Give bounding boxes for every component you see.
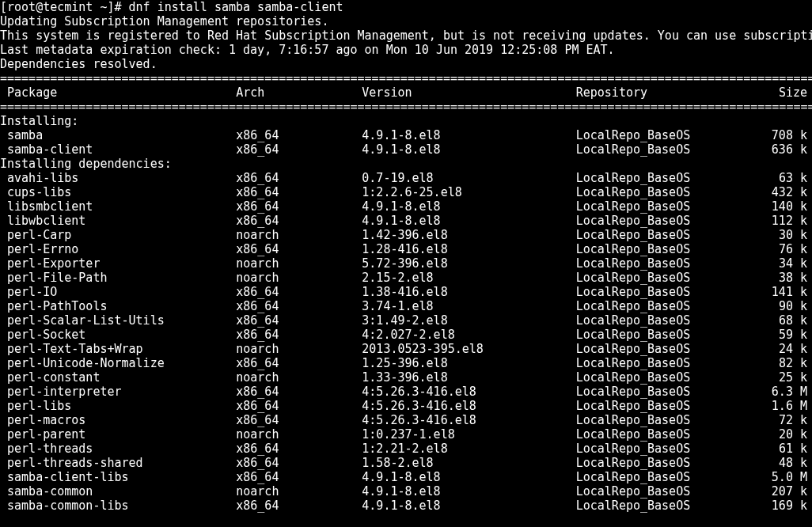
cell-repository: LocalRepo_BaseOS — [576, 470, 730, 484]
table-row: perl-constantnoarch1.33-396.el8LocalRepo… — [0, 370, 812, 385]
cell-repository: LocalRepo_BaseOS — [576, 214, 730, 228]
cell-size: 30 k — [730, 228, 812, 242]
cell-size: 6.3 M — [730, 385, 812, 399]
cell-repository: LocalRepo_BaseOS — [576, 342, 730, 356]
cell-size: 68 k — [730, 313, 812, 328]
cell-version: 0.7-19.el8 — [362, 171, 575, 185]
table-header: PackageArchVersionRepositorySize — [0, 85, 812, 100]
cell-version: 4.9.1-8.el8 — [362, 214, 575, 228]
cell-size: 34 k — [730, 256, 812, 271]
cell-package: perl-Exporter — [0, 256, 236, 271]
cell-arch: x86_64 — [236, 356, 362, 370]
table-row: perl-Socketx86_644:2.027-2.el8LocalRepo_… — [0, 328, 812, 342]
cell-package: perl-Scalar-List-Utils — [0, 313, 236, 328]
cell-size: 20 k — [730, 427, 812, 442]
cell-arch: x86_64 — [236, 185, 362, 199]
cell-package: perl-Socket — [0, 328, 236, 342]
cell-arch: x86_64 — [236, 242, 362, 256]
cell-repository: LocalRepo_BaseOS — [576, 399, 730, 413]
table-row: sambax86_644.9.1-8.el8LocalRepo_BaseOS70… — [0, 128, 812, 142]
cell-package: perl-IO — [0, 285, 236, 299]
cell-version: 1.25-396.el8 — [362, 356, 575, 370]
cell-package: perl-Text-Tabs+Wrap — [0, 342, 236, 356]
cell-arch: x86_64 — [236, 299, 362, 313]
cell-arch: x86_64 — [236, 328, 362, 342]
cell-repository: LocalRepo_BaseOS — [576, 499, 730, 513]
cell-version: 4:5.26.3-416.el8 — [362, 385, 575, 399]
table-row: perl-parentnoarch1:0.237-1.el8LocalRepo_… — [0, 427, 812, 442]
table-row: cups-libsx86_641:2.2.6-25.el8LocalRepo_B… — [0, 185, 812, 199]
cell-version: 1.28-416.el8 — [362, 242, 575, 256]
cell-arch: x86_64 — [236, 499, 362, 513]
cell-repository: LocalRepo_BaseOS — [576, 456, 730, 470]
cell-size: 1.6 M — [730, 399, 812, 413]
cell-arch: x86_64 — [236, 128, 362, 142]
cell-size: 59 k — [730, 328, 812, 342]
table-row: perl-Errnox86_641.28-416.el8LocalRepo_Ba… — [0, 242, 812, 256]
cell-version: 4.9.1-8.el8 — [362, 142, 575, 157]
table-row: libsmbclientx86_644.9.1-8.el8LocalRepo_B… — [0, 199, 812, 214]
cell-version: 1.33-396.el8 — [362, 370, 575, 385]
cell-version: 4.9.1-8.el8 — [362, 470, 575, 484]
cell-package: perl-PathTools — [0, 299, 236, 313]
col-header-size: Size — [730, 85, 812, 100]
cell-arch: noarch — [236, 342, 362, 356]
table-row: perl-PathToolsx86_643.74-1.el8LocalRepo_… — [0, 299, 812, 313]
cell-arch: noarch — [236, 484, 362, 499]
table-row: perl-libsx86_644:5.26.3-416.el8LocalRepo… — [0, 399, 812, 413]
cell-arch: x86_64 — [236, 442, 362, 456]
cell-arch: x86_64 — [236, 171, 362, 185]
table-row: samba-clientx86_644.9.1-8.el8LocalRepo_B… — [0, 142, 812, 157]
ruler-mid: ========================================… — [0, 100, 812, 114]
cell-repository: LocalRepo_BaseOS — [576, 228, 730, 242]
cell-package: perl-constant — [0, 370, 236, 385]
cell-repository: LocalRepo_BaseOS — [576, 385, 730, 399]
table-row: perl-interpreterx86_644:5.26.3-416.el8Lo… — [0, 385, 812, 399]
cell-version: 4:5.26.3-416.el8 — [362, 399, 575, 413]
cell-version: 4.9.1-8.el8 — [362, 199, 575, 214]
cell-repository: LocalRepo_BaseOS — [576, 271, 730, 285]
cell-size: 72 k — [730, 413, 812, 427]
prompt-line: [root@tecmint ~]# dnf install samba samb… — [0, 0, 812, 14]
cell-size: 76 k — [730, 242, 812, 256]
message-line: Updating Subscription Management reposit… — [0, 14, 812, 28]
cell-package: libwbclient — [0, 214, 236, 228]
ruler-top: ========================================… — [0, 71, 812, 85]
cell-package: perl-interpreter — [0, 385, 236, 399]
cell-package: samba — [0, 128, 236, 142]
cell-repository: LocalRepo_BaseOS — [576, 328, 730, 342]
table-row: perl-Text-Tabs+Wrapnoarch2013.0523-395.e… — [0, 342, 812, 356]
cell-version: 1:0.237-1.el8 — [362, 427, 575, 442]
cell-version: 1.38-416.el8 — [362, 285, 575, 299]
cell-package: perl-parent — [0, 427, 236, 442]
cell-package: perl-threads-shared — [0, 456, 236, 470]
cell-package: avahi-libs — [0, 171, 236, 185]
cell-repository: LocalRepo_BaseOS — [576, 142, 730, 157]
cell-repository: LocalRepo_BaseOS — [576, 171, 730, 185]
terminal-output[interactable]: [root@tecmint ~]# dnf install samba samb… — [0, 0, 812, 513]
cell-arch: x86_64 — [236, 313, 362, 328]
cell-arch: x86_64 — [236, 214, 362, 228]
cell-package: perl-libs — [0, 399, 236, 413]
cell-size: 82 k — [730, 356, 812, 370]
shell-command: dnf install samba samba-client — [129, 0, 343, 14]
cell-arch: x86_64 — [236, 399, 362, 413]
message-line: This system is registered to Red Hat Sub… — [0, 28, 812, 43]
cell-size: 38 k — [730, 271, 812, 285]
cell-arch: noarch — [236, 370, 362, 385]
cell-size: 48 k — [730, 456, 812, 470]
cell-repository: LocalRepo_BaseOS — [576, 484, 730, 499]
col-header-repository: Repository — [576, 85, 730, 100]
cell-package: perl-Unicode-Normalize — [0, 356, 236, 370]
table-row: perl-threads-sharedx86_641.58-2.el8Local… — [0, 456, 812, 470]
cell-repository: LocalRepo_BaseOS — [576, 285, 730, 299]
cell-arch: x86_64 — [236, 413, 362, 427]
cell-size: 141 k — [730, 285, 812, 299]
cell-package: perl-Carp — [0, 228, 236, 242]
cell-package: samba-common-libs — [0, 499, 236, 513]
cell-arch: noarch — [236, 271, 362, 285]
cell-size: 708 k — [730, 128, 812, 142]
cell-arch: noarch — [236, 256, 362, 271]
cell-size: 169 k — [730, 499, 812, 513]
section-title: Installing dependencies: — [0, 157, 812, 171]
